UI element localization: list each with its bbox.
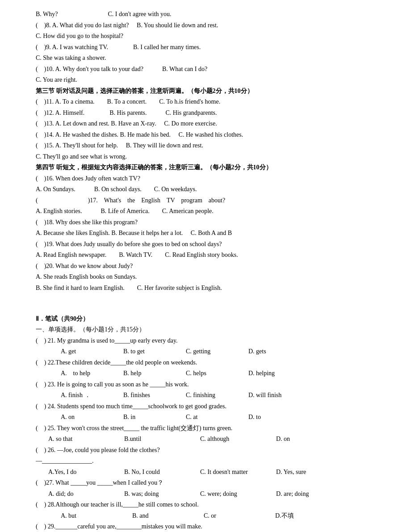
option-item: D. Yes, sure [276, 467, 330, 478]
exam-line: C. How did you go to the hospital? [36, 31, 384, 42]
option-item: C. finishing [186, 390, 231, 401]
option-item: A. so that [48, 434, 102, 445]
exam-line: ( )13. A. Let down and rest. B. Have an … [36, 118, 384, 130]
option-item: A. on [61, 412, 105, 423]
exam-line: A. On Sundays. B. On school days. C. On … [36, 184, 384, 195]
option-item: A.Yes, I do [48, 467, 102, 478]
exam-line: C. You are right. [36, 75, 384, 86]
options-row: A. onB. inC. atD. to [36, 412, 384, 423]
option-item: D. on [276, 434, 330, 445]
blank-space [36, 297, 384, 308]
exam-line: ( )8. A. What did you do last night? B. … [36, 20, 384, 31]
exam-line: ( ) 25. They won't cross the street_____… [36, 423, 384, 434]
exam-line: ( )14. A. He washed the dishes. B. He ma… [36, 130, 384, 141]
option-item: B. No, I could [124, 467, 178, 478]
options-row-wide: A.Yes, I doB. No, I couldC. It doesn't m… [36, 467, 384, 478]
option-item: C. at [186, 412, 231, 423]
options-row: A. to helpB. helpC. helpsD. helping [36, 368, 384, 379]
option-item: C. helps [186, 368, 231, 379]
exam-line: ( ) 28.Although our teacher is ill,_____… [36, 499, 384, 511]
exam-line: ( ) 24. Students spend too much time____… [36, 401, 384, 412]
exam-line: ( ) 26. —Joe, could you please fold the … [36, 445, 384, 456]
option-item: C. It doesn't matter [200, 467, 254, 478]
option-item: D. are; doing [276, 489, 330, 500]
exam-line: B. She find it hard to learn English. C.… [36, 283, 384, 294]
exam-line: C. She was taking a shower. [36, 53, 384, 64]
exam-line: ( )9. A. I was watching TV. B. I called … [36, 42, 384, 53]
option-item: D.不填 [275, 511, 311, 522]
exam-line: ( ) 21. My grandma is used to_____up ear… [36, 335, 384, 347]
exam-line: A. Because she likes English. B. Because… [36, 228, 384, 239]
section-header: 第三节 听对话及问题，选择正确的答案，注意听两遍。（每小题2分，共10分） [36, 86, 384, 97]
exam-line: ( )27. What _____you _____when I called … [36, 478, 384, 489]
exam-line: ( )16. When does Judy often watch TV? [36, 173, 384, 184]
option-item: C. getting [186, 346, 231, 357]
exam-line: ( )20. What do we know about Judy? [36, 261, 384, 272]
section-header: 第四节 听短文，根据短文内容选择正确的答案，注意听三遍。（每小题2分，共10分） [36, 162, 384, 173]
options-row-wide: A. did; doB. was; doingC. were; doingD. … [36, 489, 384, 500]
exam-line: ( )15. A. They'll shout for help. B. The… [36, 140, 384, 151]
exam-line: —________________. [36, 456, 384, 467]
option-item: D. will finish [248, 390, 293, 401]
exam-line: ( ) 23. He is going to call you as soon … [36, 379, 384, 390]
options-row: A. getB. to getC. gettingD. gets [36, 346, 384, 357]
exam-line: A. Read English newspaper. B. Watch TV. … [36, 250, 384, 261]
options-row-wide: A. so thatB.untilC. althoughD. on [36, 434, 384, 445]
option-item: C. were; doing [200, 489, 254, 500]
option-item: A. finish ． [61, 390, 105, 401]
option-item: B. finishes [123, 390, 168, 401]
option-item: C. although [200, 434, 254, 445]
exam-line: B. Why? C. I don't agree with you. [36, 9, 384, 20]
exam-line: A. English stories. B. Life of America. … [36, 206, 384, 217]
option-item: B. and [132, 511, 168, 522]
exam-line: ( ) 29._______careful you are,________mi… [36, 521, 384, 532]
option-item: D. gets [248, 346, 293, 357]
option-item: B. to get [123, 346, 168, 357]
option-item: C. or [204, 511, 239, 522]
option-item: B. in [123, 412, 168, 423]
option-item: B.until [124, 434, 178, 445]
q17-line: ( )17. What's the English TV program abo… [36, 195, 384, 206]
exam-line: C. They'll go and see what is wrong. [36, 151, 384, 163]
exam-line: ( )18. Why does she like this program? [36, 217, 384, 228]
option-item: B. was; doing [124, 489, 178, 500]
exam-line: ( ) 22.These children decide_____the old… [36, 357, 384, 369]
option-item: A. did; do [48, 489, 102, 500]
option-item: A. but [61, 511, 96, 522]
exam-content: B. Why? C. I don't agree with you.( )8. … [36, 9, 384, 532]
roman-section: Ⅱ．笔试（共90分） [36, 314, 384, 325]
sub-section: 一、单项选择。（每小题1分，共15分） [36, 324, 384, 335]
option-item: D. helping [248, 368, 293, 379]
exam-line: ( )11. A. To a cinema. B. To a concert. … [36, 96, 384, 108]
option-item: B. help [123, 368, 168, 379]
option-item: A. get [61, 346, 105, 357]
options-row-wide2: A. butB. andC. orD.不填 [36, 511, 384, 522]
exam-line: ( )12. A. Himself. B. His parents. C. Hi… [36, 108, 384, 119]
option-item: D. to [248, 412, 293, 423]
exam-line: ( )19. What does Judy usually do before … [36, 239, 384, 250]
exam-line: ( )10. A. Why don't you talk to your dad… [36, 64, 384, 75]
exam-line: A. She reads English books on Sundays. [36, 272, 384, 283]
options-row: A. finish ．B. finishesC. finishingD. wil… [36, 390, 384, 401]
option-item: A. to help [61, 368, 105, 379]
